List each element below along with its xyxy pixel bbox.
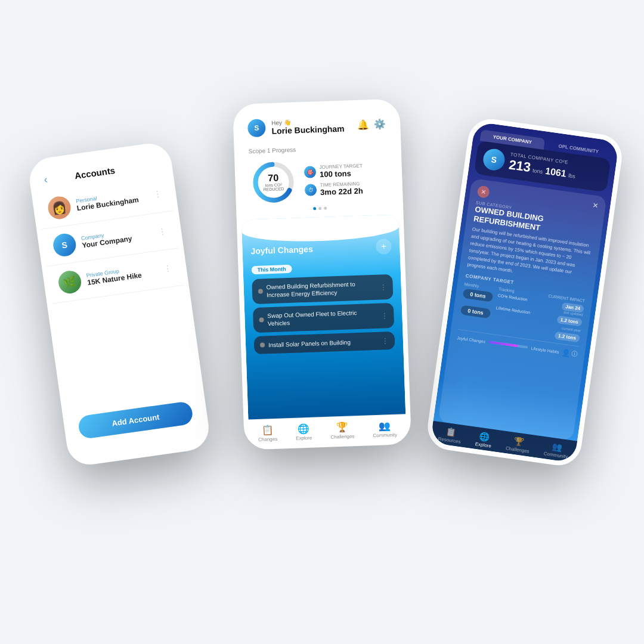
impact-value-1: 1.2 tons (556, 315, 583, 327)
co2-lbs-unit: lbs (568, 172, 576, 179)
change-menu-2[interactable]: ⋮ (380, 311, 388, 320)
right-nav-community[interactable]: 👥 Community (543, 440, 569, 459)
scope-label: Scope 1 Progress (249, 143, 387, 154)
co2-tons-unit: tons (532, 167, 543, 174)
account-menu-group[interactable]: ⋮ (163, 263, 172, 274)
avatar-company: S (52, 232, 78, 258)
right-nav-explore[interactable]: 🌐 Explore (475, 431, 493, 449)
right-challenges-icon: 🏆 (513, 436, 524, 447)
this-month-badge: This Month (251, 265, 292, 274)
account-info-personal: Personal Lorie Buckingham (76, 187, 154, 212)
nav-challenges[interactable]: 🏆 Challenges (330, 421, 354, 439)
current-impact: CURRENT IMPACT Jan 24 last updated 1.2 t… (543, 294, 586, 343)
nav-explore[interactable]: 🌐 Explore (295, 423, 312, 441)
scene: ‹ Accounts 👩 Personal Lorie Buckingham ⋮… (24, 54, 620, 590)
app-logo: S (247, 119, 266, 137)
dot-1 (313, 207, 316, 210)
explore-label: Explore (296, 435, 312, 441)
joyful-section: Joyful Changes + This Month Owned Buildi… (242, 232, 404, 361)
account-info-company: Company Your Company (80, 225, 159, 250)
changes-icon: 📋 (261, 424, 274, 436)
right-nav-resources[interactable]: 📋 Resources (438, 425, 463, 444)
time-icon: ⏱ (305, 184, 317, 196)
accounts-title: Accounts (74, 165, 116, 181)
avatar-group: 🌿 (57, 270, 83, 295)
time-remaining-row: ⏱ TIME REMAINING 3mo 22d 2h (305, 181, 364, 197)
right-explore-label: Explore (475, 441, 491, 449)
change-menu-1[interactable]: ⋮ (380, 283, 387, 291)
changes-label: Changes (258, 436, 277, 442)
resources-icon: 📋 (445, 426, 456, 437)
co2-tons: 213 (508, 157, 532, 175)
challenges-icon: 🏆 (336, 422, 349, 434)
donut-value: 70 (263, 173, 284, 183)
challenges-label: Challenges (330, 434, 354, 439)
change-text-1: Owned Building Refurbishment to Increase… (266, 280, 380, 299)
detail-icon-row: ✕ (476, 185, 490, 199)
target-icon: 🎯 (304, 166, 317, 178)
journey-target-info: JOURNEY TARGET 100 tons (320, 163, 363, 179)
time-remaining-value: 3mo 22d 2h (320, 187, 363, 197)
change-item-3[interactable]: Install Solar Panels on Building ⋮ (254, 332, 395, 354)
change-item-2[interactable]: Swap Out Owned Fleet to Electric Vehicle… (253, 303, 394, 333)
joyful-changes-label: Joyful Changes (457, 336, 486, 344)
donut-label: REDUCED (264, 187, 284, 191)
avatar-personal: 👩 (47, 195, 72, 221)
greeting-section: Hey 👋 Lorie Buckingham (265, 116, 358, 135)
explore-icon: 🌐 (298, 423, 310, 435)
joyful-header: Joyful Changes + (250, 239, 392, 259)
info-icon[interactable]: ⓘ (571, 349, 578, 358)
target-value-2: 0 tons (460, 305, 491, 319)
nav-changes[interactable]: 📋 Changes (258, 424, 277, 442)
change-dot-1 (258, 289, 263, 293)
phone-left: ‹ Accounts 👩 Personal Lorie Buckingham ⋮… (27, 141, 212, 467)
back-button[interactable]: ‹ (43, 174, 48, 187)
change-left-1: Owned Building Refurbishment to Increase… (258, 280, 380, 299)
time-remaining-info: TIME REMAINING 3mo 22d 2h (320, 181, 363, 197)
change-menu-3[interactable]: ⋮ (382, 336, 389, 345)
account-menu-company[interactable]: ⋮ (158, 226, 168, 237)
company-co2-info: TOTAL COMPANY CO²e 213 tons 1061 lbs (508, 151, 578, 181)
nav-community[interactable]: 👥 Community (373, 420, 397, 438)
dot-3 (324, 207, 327, 210)
impact-date-section: Jan 24 last updated (561, 302, 584, 317)
current-impact-label: CURRENT IMPACT (548, 294, 585, 304)
right-community-label: Community (543, 451, 568, 460)
scope-targets: 🎯 JOURNEY TARGET 100 tons ⏱ TIME REMAINI… (304, 163, 364, 197)
right-explore-icon: 🌐 (479, 431, 490, 442)
change-item-1[interactable]: Owned Building Refurbishment to Increase… (252, 274, 393, 304)
scope-section: Scope 1 Progress (239, 138, 398, 220)
lifestyle-bar (489, 341, 528, 349)
add-change-button[interactable]: + (376, 239, 392, 255)
target-value-1: 0 tons (463, 289, 494, 302)
phone-center: S Hey 👋 Lorie Buckingham 🔔 ⚙️ Scope 1 Pr… (233, 98, 411, 450)
center-header: S Hey 👋 Lorie Buckingham 🔔 ⚙️ (237, 104, 396, 144)
donut-chart: 70 tons CO² REDUCED (249, 157, 298, 207)
community-label: Community (373, 432, 397, 438)
account-info-group: Private Group 15K Nature Hike (86, 262, 165, 287)
joyful-title: Joyful Changes (250, 244, 313, 256)
settings-icon[interactable]: ⚙️ (374, 118, 386, 130)
change-text-3: Install Solar Panels on Building (268, 338, 351, 349)
add-account-button[interactable]: Add Account (78, 401, 194, 439)
change-left-3: Install Solar Panels on Building (260, 337, 382, 349)
lifestyle-label: Lifestyle Habits (531, 346, 559, 354)
lifestyle-icon: 👤 (561, 348, 571, 358)
change-text-2: Swap Out Owned Fleet to Electric Vehicle… (267, 308, 381, 328)
right-community-icon: 👥 (551, 441, 562, 452)
current-year-1: current year (562, 326, 581, 332)
journey-target-row: 🎯 JOURNEY TARGET 100 tons (304, 163, 363, 179)
target-tracking: Tracking CO²e Reduction Lifetime Reducti… (493, 287, 544, 337)
right-nav-challenges[interactable]: 🏆 Challenges (505, 435, 531, 454)
change-dot-3 (260, 342, 265, 347)
detail-x-icon[interactable]: ✕ (476, 185, 490, 199)
account-menu-personal[interactable]: ⋮ (153, 188, 162, 199)
header-icons: 🔔 ⚙️ (357, 118, 386, 131)
close-button[interactable]: ✕ (592, 201, 599, 210)
impact-value-2: 1.2 tons (554, 332, 580, 343)
detail-card: ✕ ✕ SUB CATEGORY OWNED BUILDING REFURBIS… (438, 178, 606, 441)
change-left-2: Swap Out Owned Fleet to Electric Vehicle… (259, 308, 381, 328)
donut-text: 70 tons CO² REDUCED (263, 173, 284, 191)
lifestyle-fill (489, 341, 518, 348)
notification-icon[interactable]: 🔔 (357, 119, 370, 131)
